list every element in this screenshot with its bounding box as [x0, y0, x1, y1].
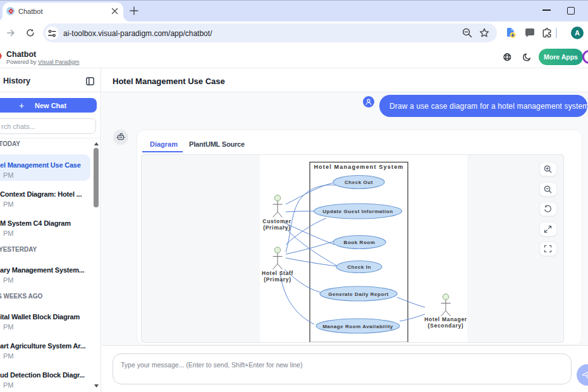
svg-text:Hotel Staff: Hotel Staff — [262, 270, 293, 276]
svg-text:Check In: Check In — [347, 264, 371, 270]
svg-text:Generate Daily Report: Generate Daily Report — [328, 291, 389, 297]
svg-text:Update Guest Information: Update Guest Information — [322, 209, 393, 214]
svg-text:Manage Room Availability: Manage Room Availability — [322, 324, 393, 329]
svg-text:Customer: Customer — [262, 218, 291, 224]
svg-text:(Primary): (Primary) — [263, 224, 291, 231]
svg-text:(Secondary): (Secondary) — [428, 322, 464, 329]
svg-text:Check Out: Check Out — [345, 180, 373, 185]
svg-text:(Primary): (Primary) — [264, 276, 291, 283]
svg-text:Hotel Manager: Hotel Manager — [424, 316, 467, 322]
svg-text:Hotel Management System: Hotel Management System — [314, 164, 403, 170]
svg-text:Book Room: Book Room — [344, 240, 376, 245]
